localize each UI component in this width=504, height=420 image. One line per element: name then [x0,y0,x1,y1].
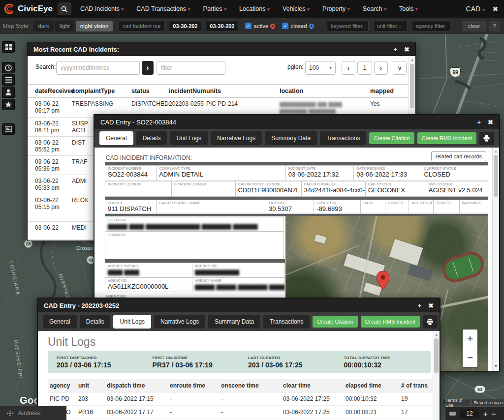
create-rms-incident-button[interactable]: Create RMS Incident [361,316,420,328]
nav-item-search[interactable]: Search ▾ [363,5,386,12]
redacted-value: ▆▆▆▆▆▆▆▆▆ [195,268,283,275]
popout-icon[interactable]: + [477,119,481,126]
unit-filter-input[interactable] [373,20,408,31]
page-number-input[interactable] [357,61,372,75]
map-style-night-vision-button[interactable]: night vision [76,21,113,31]
create-rms-incident-button[interactable]: Create RMS Incident [417,132,476,144]
closed-filter-checkbox[interactable]: ✓ closed [282,23,314,29]
scroll-up-icon[interactable]: ▴ [433,332,440,337]
next-page-button[interactable]: › [374,61,388,75]
close-icon[interactable]: ✖ [428,302,434,309]
popout-icon[interactable]: + [394,46,398,53]
zoom-in-button[interactable]: + [463,330,477,348]
sidebar-star-button[interactable] [2,99,15,110]
keyword-filter-input[interactable] [327,20,369,31]
tab-narrative-logs[interactable]: Narrative Logs [154,315,205,329]
search-go-button[interactable]: › [142,61,154,75]
nav-item-locations[interactable]: Locations ▾ [239,5,270,12]
filter-input[interactable] [157,61,225,75]
popout-icon[interactable]: + [418,302,422,309]
create-citation-button[interactable]: Create Citation [369,132,414,144]
nav-search-button[interactable] [58,2,71,15]
prev-page-button[interactable]: ‹ [342,61,355,75]
nav-item-parties[interactable]: Parties ▾ [203,5,226,12]
tab-details[interactable]: Details [80,315,111,329]
nav-item-property[interactable]: Property ▾ [322,5,350,12]
unit-logs-heading: Unit Logs [48,335,95,349]
field-agencyid: AGENCYID AG011KZC0000000L [105,277,192,292]
search-input[interactable] [56,61,140,75]
scroll-down-icon[interactable]: ▾ [493,363,499,368]
create-citation-button[interactable]: Create Citation [313,316,357,328]
active-filter-checkbox[interactable]: ✓ active [245,23,275,29]
sidebar-history-button[interactable] [2,62,15,73]
map-style-dark-button[interactable]: dark [33,21,53,31]
print-button[interactable] [479,132,494,145]
clock-icon [5,64,12,71]
nav-item-cad-menu[interactable]: CAD ▾ [466,5,485,13]
tab-general[interactable]: General [43,315,77,329]
tab-summary-data[interactable]: Summary Data [208,315,260,329]
nav-item-cad-transactions[interactable]: CAD Transactions ▾ [136,5,190,12]
agency-filter-input[interactable] [412,20,450,31]
window-titlebar[interactable]: CAD Entry - 202203-0252 + ✖ [38,299,440,312]
table-row[interactable]: PRCSOPR16 03-06-2022 17:17- -03-06-2022 … [48,406,434,419]
chevron-down-icon: ▾ [347,6,350,12]
active-label: active [253,23,268,29]
related-cad-records-button[interactable]: related cad records [431,151,486,161]
tab-transactions[interactable]: Transactions [263,315,310,329]
table-row[interactable]: PIC PD203 03-06-2022 17:15- -03-06-2022 … [48,392,434,406]
scrollbar-thumb[interactable] [434,338,439,373]
field-comment: COMMENT [105,232,284,259]
scrollbar-thumb[interactable] [494,155,498,197]
chevron-down-icon: ▾ [307,6,310,12]
scroll-up-icon[interactable]: ▴ [493,149,499,153]
close-icon[interactable]: ✖ [404,46,410,53]
date-from-input[interactable] [169,20,201,31]
help-button[interactable]: ? [489,21,500,31]
tab-unit-logs[interactable]: Unit Logs [113,315,151,329]
field-rms-system: RMS SYSTEMAGISENT v2.5.024 [426,181,488,197]
zoom-out-button[interactable]: − [463,348,477,367]
sidebar-card-button[interactable] [2,123,15,135]
nav-item-cad-incidents[interactable]: CAD Incidents ▾ [80,5,124,12]
brand[interactable]: CivicEye [0,3,58,14]
field-age-group: AGE GROUP [409,200,434,214]
tab-transactions[interactable]: Transactions [320,131,366,145]
expand-button[interactable]: ˅ [393,61,407,75]
tab-summary-data[interactable]: Summary Data [265,131,317,145]
map-zoom-in-button[interactable]: + [483,410,488,418]
sidebar-list-button[interactable] [2,74,15,86]
map-zoom-out-button[interactable]: − [492,410,496,418]
scrollbar-thumb[interactable] [410,64,414,108]
sidebar-grid-button[interactable] [2,41,15,53]
chevron-down-icon: ˅ [398,64,402,72]
clear-filters-button[interactable]: clear [462,21,486,31]
tab-general[interactable]: General [99,131,133,145]
pglen-select[interactable]: 100▾ [305,61,336,75]
tab-unit-logs[interactable]: Unit Logs [170,131,208,145]
nav-item-vehicles[interactable]: Vehicles ▾ [283,5,310,12]
cad-incident-num-input[interactable] [119,20,164,31]
map-style-light-button[interactable]: light [55,21,74,31]
nav-item-tools[interactable]: Tools ▾ [399,5,418,12]
chevron-down-icon: ▾ [384,6,386,12]
report-map-error-link[interactable]: Report a map error [472,399,504,406]
chevron-down-icon: ▾ [329,65,332,70]
address-search-bar[interactable]: Address: [0,406,66,420]
window-titlebar[interactable]: CAD Entry - SO22-003844 + ✖ [94,115,499,129]
close-icon[interactable]: ✖ [488,119,493,126]
print-button[interactable] [423,315,438,329]
window-scrollbar[interactable]: ▴ ▾ [492,148,499,371]
window-scrollbar[interactable]: ▴ [433,331,440,420]
sidebar-person-button[interactable] [2,87,15,98]
field-row: SOURCE911 DISPATCH CALLER PHONE / NAME L… [105,200,488,214]
terms-of-use-link[interactable]: Terms of Use [443,399,470,406]
close-icon[interactable]: ✖ [493,5,498,13]
scroll-up-icon[interactable]: ▴ [409,58,415,62]
tab-narrative-logs[interactable]: Narrative Logs [211,131,262,145]
window-titlebar[interactable]: Most Recent CAD Incidents: + ✖ [28,42,415,56]
field-gender: GENDER [385,200,409,214]
tab-details[interactable]: Details [136,131,167,145]
date-to-input[interactable] [206,20,238,31]
